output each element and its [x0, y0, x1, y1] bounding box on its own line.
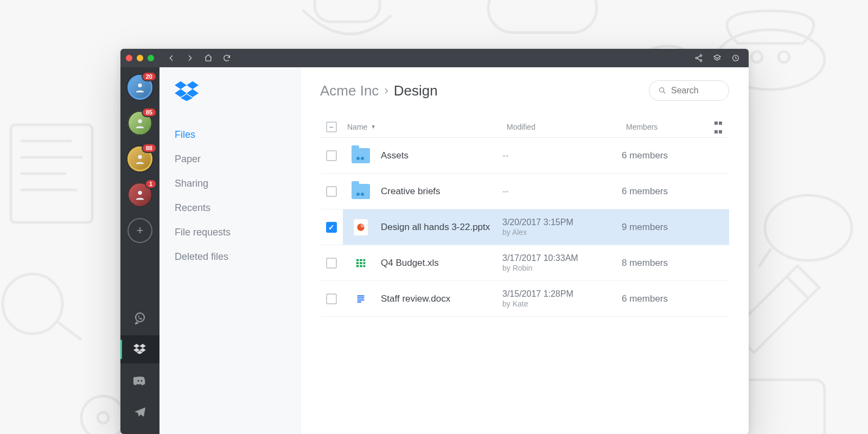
folder-icon	[352, 182, 370, 201]
members-cell: 6 members	[622, 150, 703, 161]
notification-badge: 20	[143, 73, 156, 80]
svg-point-7	[751, 52, 762, 62]
table-row[interactable]: Staff review.docx 3/15/2017 1:28PM by Ka…	[320, 281, 729, 317]
rail-app-dropbox[interactable]	[120, 335, 159, 363]
search-icon	[658, 86, 667, 95]
row-checkbox[interactable]	[326, 186, 337, 197]
document-file-icon	[352, 290, 370, 308]
workspace-avatar[interactable]: 85	[127, 111, 152, 136]
rail-app-telegram[interactable]	[120, 398, 159, 426]
svg-point-8	[778, 52, 789, 62]
modified-date: 3/15/2017 1:28PM	[502, 289, 622, 299]
grid-view-icon	[714, 118, 723, 136]
sort-descending-icon: ▼	[371, 124, 376, 130]
svg-point-10	[765, 195, 852, 260]
table-row[interactable]: Q4 Budget.xls 3/17/2017 10:33AM by Robin…	[320, 245, 729, 281]
table-row[interactable]: Creative briefs -- 6 members	[320, 174, 729, 209]
notification-badge: 88	[143, 144, 156, 152]
row-checkbox[interactable]	[326, 222, 337, 233]
svg-point-20	[138, 191, 142, 195]
file-name: Staff review.docx	[381, 293, 450, 304]
svg-point-3	[98, 412, 108, 423]
svg-rect-26	[356, 259, 359, 261]
layers-button[interactable]	[710, 52, 725, 65]
members-cell: 8 members	[622, 258, 703, 269]
file-name: Q4 Budget.xls	[381, 258, 439, 269]
folder-icon	[352, 146, 370, 165]
table-row[interactable]: Design all hands 3-22.pptx 3/20/2017 3:1…	[320, 209, 729, 245]
forward-button[interactable]	[182, 52, 197, 65]
add-workspace-button[interactable]: +	[127, 218, 152, 243]
modified-by: by Alex	[502, 228, 622, 238]
members-cell: 9 members	[622, 222, 703, 233]
svg-rect-5	[488, 0, 597, 33]
breadcrumb: Acme Inc › Design	[320, 82, 438, 99]
row-checkbox[interactable]	[326, 293, 337, 304]
share-button[interactable]	[691, 52, 706, 65]
modified-cell: --	[502, 150, 508, 161]
dropbox-icon	[133, 343, 146, 356]
svg-point-23	[141, 380, 142, 381]
svg-rect-31	[363, 262, 366, 264]
workspace-avatar[interactable]: 20	[127, 75, 152, 100]
sidebar-item-file-requests[interactable]: File requests	[175, 220, 285, 245]
app-window: 20 85 88 1 +	[120, 49, 749, 434]
modified-cell: --	[502, 186, 508, 196]
select-all-checkbox[interactable]	[326, 122, 337, 132]
history-button[interactable]	[728, 52, 743, 65]
svg-point-22	[137, 380, 139, 381]
members-cell: 6 members	[622, 186, 703, 197]
launcher-rail: 20 85 88 1 +	[120, 67, 159, 434]
svg-rect-0	[11, 125, 92, 222]
sidebar-item-sharing[interactable]: Sharing	[175, 171, 285, 196]
breadcrumb-current: Design	[394, 82, 438, 99]
notification-badge: 1	[146, 180, 156, 188]
svg-point-19	[138, 155, 142, 159]
svg-rect-33	[360, 265, 362, 267]
sidebar-item-paper[interactable]: Paper	[175, 147, 285, 171]
sidebar-item-deleted-files[interactable]: Deleted files	[175, 245, 285, 269]
modified-date: 3/17/2017 10:33AM	[502, 253, 622, 264]
breadcrumb-parent[interactable]: Acme Inc	[320, 82, 379, 99]
svg-point-18	[138, 119, 142, 123]
svg-rect-32	[356, 265, 359, 267]
row-checkbox[interactable]	[326, 150, 337, 161]
rail-app-whatsapp[interactable]	[120, 304, 159, 332]
column-header-modified[interactable]: Modified	[507, 123, 626, 131]
search-field[interactable]	[649, 80, 729, 101]
row-checkbox[interactable]	[326, 258, 337, 269]
close-window-button[interactable]	[126, 55, 132, 61]
svg-rect-28	[363, 259, 366, 261]
zoom-window-button[interactable]	[148, 55, 154, 61]
window-controls	[126, 55, 154, 61]
column-header-members[interactable]: Members	[626, 123, 707, 131]
back-button[interactable]	[164, 52, 179, 65]
svg-rect-34	[363, 265, 366, 267]
modified-by: by Kate	[502, 299, 622, 309]
view-toggle-button[interactable]	[707, 118, 729, 136]
rail-app-discord[interactable]	[120, 367, 159, 395]
svg-point-2	[81, 396, 125, 434]
members-cell: 6 members	[622, 293, 703, 304]
modified-date: 3/20/2017 3:15PM	[502, 217, 622, 228]
svg-point-21	[136, 313, 144, 322]
workspace-avatar[interactable]: 88	[127, 146, 152, 171]
sidebar-item-files[interactable]: Files	[175, 123, 285, 147]
home-button[interactable]	[201, 52, 216, 65]
sidebar: Files Paper Sharing Recents File request…	[159, 67, 301, 434]
modified-by: by Robin	[502, 264, 622, 273]
svg-rect-27	[360, 259, 362, 261]
svg-rect-4	[315, 0, 380, 22]
svg-rect-29	[356, 262, 359, 264]
table-row[interactable]: Assets -- 6 members	[320, 138, 729, 174]
column-header-name[interactable]: Name ▼	[343, 123, 507, 131]
file-name: Assets	[381, 150, 409, 161]
search-input[interactable]	[671, 86, 720, 95]
reload-button[interactable]	[219, 52, 234, 65]
svg-point-24	[660, 88, 664, 92]
sidebar-item-recents[interactable]: Recents	[175, 196, 285, 220]
titlebar	[120, 49, 749, 67]
powerpoint-file-icon	[352, 218, 370, 237]
workspace-avatar[interactable]: 1	[127, 182, 152, 207]
minimize-window-button[interactable]	[137, 55, 143, 61]
